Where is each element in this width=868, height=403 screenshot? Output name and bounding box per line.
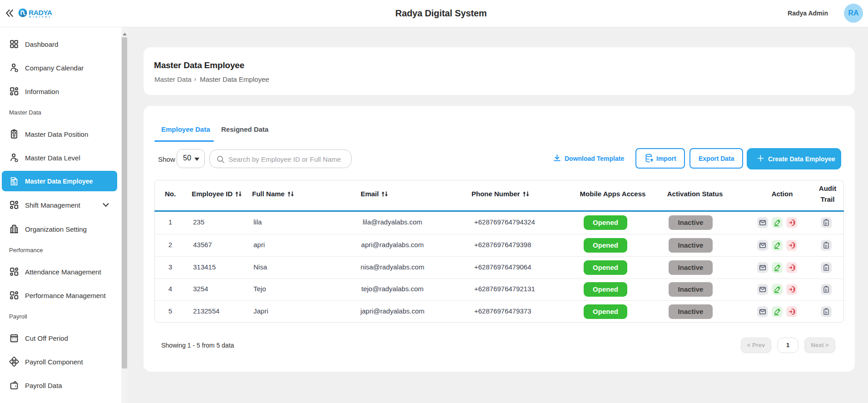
svg-text:DIGITAL: DIGITAL — [29, 15, 52, 18]
svg-text:RADYA: RADYA — [29, 9, 52, 16]
